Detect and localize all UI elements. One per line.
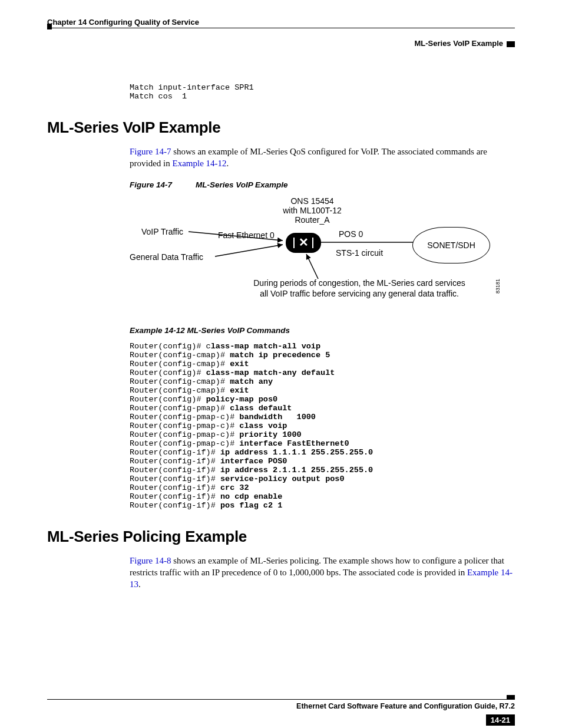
heading-voip-example: ML-Series VoIP Example [47,118,515,137]
footer-rule [47,699,515,700]
chapter-running-head: Chapter 14 Configuring Quality of Servic… [47,18,515,28]
router-icon: ✕ [286,233,321,253]
note-line1: During periods of congestion, the ML-Ser… [253,278,465,288]
figure-id-number: 83181 [495,278,501,293]
footer-guide-title: Ethernet Card Software Feature and Confi… [47,702,515,710]
sonet-cloud-icon: SONET/SDH [412,227,490,263]
example-caption: Example 14-12 ML-Series VoIP Commands [130,326,515,335]
prior-code-block: Match input-interface SPR1 Match cos 1 [130,83,515,101]
voip-commands-block: Router(config)# class-map match-all voip… [130,342,515,510]
ons-line2: with ML100T-12 [283,206,342,215]
figure-note: During periods of congestion, the ML-Ser… [230,278,489,299]
heading-policing-example: ML-Series Policing Example [47,528,515,546]
header-side-marker [47,24,52,29]
figure-label: Figure 14-7 [130,180,172,189]
link-figure-14-8[interactable]: Figure 14-8 [130,556,171,565]
link-figure-14-7[interactable]: Figure 14-7 [130,147,171,156]
link-example-14-12[interactable]: Example 14-12 [173,159,227,168]
section-running-head: ML-Series VoIP Example [47,39,515,48]
voip-intro-paragraph: Figure 14-7 shows an example of ML-Serie… [130,146,515,170]
note-line2: all VoIP traffic before servicing any ge… [260,289,459,298]
figure-caption: Figure 14-7ML-Series VoIP Example [130,180,515,189]
pos0-label: POS 0 [339,229,363,239]
header-marker-icon [507,41,515,47]
policing-para-mid: shows an example of ML-Series policing. … [130,556,504,577]
page-footer: Ethernet Card Software Feature and Confi… [47,699,515,710]
fast-ethernet-label: Fast Ethernet 0 [218,230,275,240]
footer-marker-icon [507,695,515,700]
policing-para-end: . [138,579,141,589]
figure-title: ML-Series VoIP Example [196,180,288,189]
example-label: Example 14-12 [130,326,185,335]
policing-intro-paragraph: Figure 14-8 shows an example of ML-Serie… [130,555,515,591]
sts1-label: STS-1 circuit [336,248,383,258]
figure-14-7-diagram: ONS 15454 with ML100T-12 Router_A VoIP T… [130,196,515,308]
general-traffic-label: General Data Traffic [130,252,203,262]
router-symbol: ✕ [299,235,309,249]
svg-line-1 [215,245,283,256]
section-title-text: ML-Series VoIP Example [414,39,503,48]
svg-line-3 [306,254,318,279]
ons-line3: Router_A [295,215,329,225]
ons-line1: ONS 15454 [290,196,333,206]
example-title: ML-Series VoIP Commands [187,326,290,335]
page-number: 14-21 [486,714,515,726]
voip-traffic-label: VoIP Traffic [141,227,183,236]
diagram-ons-label: ONS 15454 with ML100T-12 Router_A [277,196,348,225]
sonet-label: SONET/SDH [427,241,475,250]
voip-para-end: . [227,159,229,168]
